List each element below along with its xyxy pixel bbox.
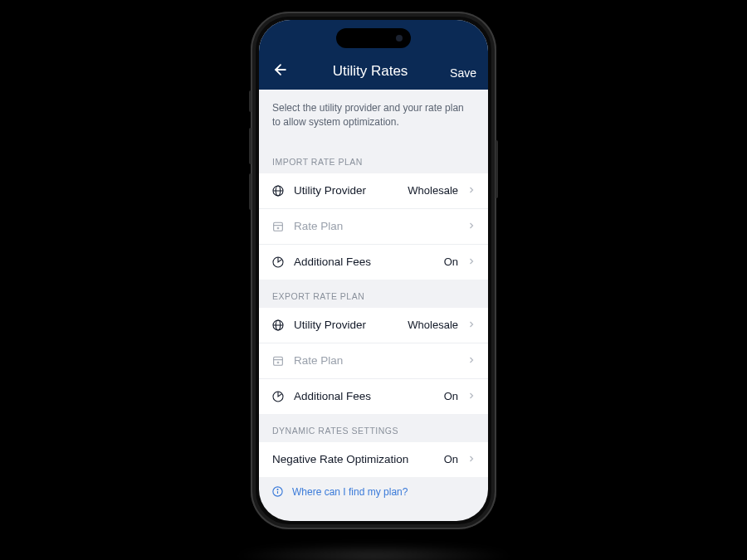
row-value: On (444, 390, 458, 402)
dynamic-island (336, 28, 411, 48)
dynamic-group: Negative Rate Optimization On (259, 442, 488, 477)
content: Select the utility provider and your rat… (259, 90, 488, 512)
dynamic-section-header: DYNAMIC RATES SETTINGS (259, 414, 488, 442)
chevron-right-icon (466, 185, 478, 197)
help-link[interactable]: Where can I find my plan? (259, 477, 488, 512)
negative-rate-row[interactable]: Negative Rate Optimization On (259, 442, 488, 477)
pie-icon (271, 389, 286, 404)
row-value: Wholesale (408, 184, 458, 197)
calendar-icon (271, 219, 286, 234)
description-text: Select the utility provider and your rat… (259, 90, 488, 145)
svg-rect-12 (274, 357, 283, 365)
back-button[interactable] (271, 60, 290, 80)
page-title: Utility Rates (290, 63, 450, 80)
save-button[interactable]: Save (450, 66, 476, 80)
export-utility-provider-row[interactable]: Utility Provider Wholesale (259, 308, 488, 343)
pie-icon (271, 255, 286, 270)
chevron-right-icon (466, 454, 478, 465)
row-label: Rate Plan (294, 354, 450, 367)
import-rate-plan-row[interactable]: Rate Plan (259, 209, 488, 245)
import-section-header: IMPORT RATE PLAN (259, 145, 488, 173)
row-value: Wholesale (408, 319, 458, 331)
export-rate-plan-row[interactable]: Rate Plan (259, 343, 488, 379)
import-utility-provider-row[interactable]: Utility Provider Wholesale (259, 173, 488, 209)
chevron-right-icon (466, 355, 478, 367)
help-label: Where can I find my plan? (292, 486, 408, 498)
chevron-right-icon (466, 221, 478, 232)
row-label: Additional Fees (294, 256, 436, 268)
import-group: Utility Provider Wholesale Rate Plan (259, 173, 488, 280)
row-label: Rate Plan (294, 220, 450, 232)
phone-frame: Utility Rates Save Select the utility pr… (251, 12, 496, 529)
globe-icon (271, 183, 286, 198)
screen: Utility Rates Save Select the utility pr… (259, 20, 488, 521)
export-group: Utility Provider Wholesale Rate Plan (259, 308, 488, 414)
row-label: Additional Fees (294, 390, 436, 402)
svg-point-19 (277, 489, 278, 490)
row-label: Negative Rate Optimization (272, 453, 436, 465)
export-section-header: EXPORT RATE PLAN (259, 280, 488, 308)
calendar-icon (271, 353, 286, 368)
arrow-left-icon (272, 61, 289, 78)
row-label: Utility Provider (294, 184, 399, 197)
export-additional-fees-row[interactable]: Additional Fees On (259, 379, 488, 414)
chevron-right-icon (466, 319, 478, 331)
row-label: Utility Provider (294, 319, 399, 331)
svg-rect-4 (274, 222, 283, 231)
info-icon (271, 485, 284, 499)
import-additional-fees-row[interactable]: Additional Fees On (259, 245, 488, 280)
chevron-right-icon (466, 391, 478, 402)
row-value: On (444, 256, 458, 268)
row-value: On (444, 453, 458, 465)
chevron-right-icon (466, 256, 478, 268)
globe-icon (271, 318, 286, 333)
